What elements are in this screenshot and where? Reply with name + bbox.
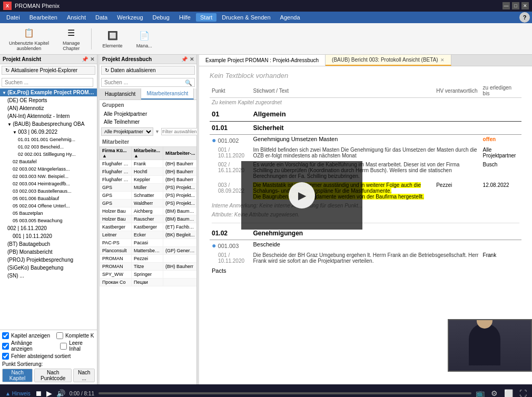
- tab-close-icon[interactable]: ✕: [440, 57, 445, 63]
- toolbar-btn-mana[interactable]: 📄 Mana...: [132, 27, 157, 51]
- chapter-icon: ☰: [65, 27, 77, 39]
- member-row[interactable]: Прокан СоПецаи: [100, 279, 197, 286]
- menu-datei[interactable]: Datei: [2, 13, 24, 22]
- tree-item-heimtrage[interactable]: 02 003.004 Heimtragedfb...: [0, 180, 97, 187]
- stop-button[interactable]: ⏹: [35, 389, 42, 397]
- toolbar-btn-kapitel[interactable]: 📋 Unbenutzte Kapitelausblenden: [4, 24, 54, 54]
- tree-item-002[interactable]: 002 | 16.11.2020: [0, 224, 97, 232]
- tree-item-bauablauf[interactable]: 05 001.006 Bauablauf: [0, 195, 97, 202]
- middle-pin-icon[interactable]: 📌: [181, 56, 188, 62]
- volume-button[interactable]: 🔊: [56, 389, 65, 397]
- tree-item-an[interactable]: (AN) Aktennotiz: [0, 104, 97, 112]
- member-row[interactable]: Flughafer b...Frank(BH) Bauherr: [100, 160, 197, 168]
- tree-item-0101[interactable]: 01.01 001.001 Genehmig...: [0, 136, 97, 143]
- tree-item-bt[interactable]: (BT) Bautagebuch: [0, 240, 97, 248]
- tree-item-proj[interactable]: (PROJ) Projektbesprechung: [0, 256, 97, 264]
- tree-item-mangel[interactable]: 02 003.002 Mängelerlass...: [0, 165, 97, 173]
- left-panel-search[interactable]: [2, 78, 93, 87]
- middle-search[interactable]: [101, 78, 195, 87]
- member-row[interactable]: GPSSchnatter(PS) Projekt...: [100, 192, 197, 200]
- menu-ansicht[interactable]: Ansicht: [63, 13, 90, 22]
- group-alle-projektpartner[interactable]: Alle Projektpartner: [100, 110, 196, 118]
- member-row[interactable]: GPSMüller(PS) Projekt...: [100, 184, 197, 192]
- tree-item-pb[interactable]: (PB) Monatsbericht: [0, 248, 97, 256]
- menu-debug[interactable]: Debug: [149, 13, 174, 22]
- tree-item-baub[interactable]: (BAUB) Baubesprechung OBA: [0, 120, 97, 128]
- menu-bearbeiten[interactable]: Bearbeiten: [25, 13, 62, 22]
- toolbar-btn-chapter[interactable]: ☰ ManageChapter: [58, 24, 85, 54]
- tab-adressbuch[interactable]: Example Project PROMAN : Projekt-Adressb…: [199, 55, 326, 66]
- tree-item-de[interactable]: (DE) OE Reports: [0, 96, 97, 104]
- member-row[interactable]: SPY_WWSpringer: [100, 271, 197, 279]
- checkbox-komplette[interactable]: [56, 332, 63, 339]
- update-data-button[interactable]: ↻ Daten aktualisieren: [101, 66, 195, 75]
- member-row[interactable]: Holzer BauAichberg(BM) Baume...: [100, 207, 197, 215]
- checkbox-kapitel-input[interactable]: [2, 332, 9, 339]
- member-row[interactable]: Flughafer b...Hochtl(BH) Bauherr: [100, 168, 197, 176]
- member-row[interactable]: PROMANTitze(BH) Bauherr: [100, 263, 197, 271]
- tree-item-02-001[interactable]: 02 002.001 Stilllegung Hy...: [0, 151, 97, 158]
- member-row[interactable]: Flughafer b...Keppler(BH) Bauherr: [100, 176, 197, 184]
- tab-hauptansicht[interactable]: Hauptansicht: [100, 88, 141, 100]
- video-overlay[interactable]: ▶: [241, 161, 362, 230]
- play-button[interactable]: ▶: [289, 182, 315, 209]
- minimize-button[interactable]: —: [503, 2, 510, 9]
- checkbox-fehler: Fehler absteigend sortiert: [2, 353, 95, 360]
- sub-001003-row: 001 / 10.11.2020 Die Bescheide der BH Gr…: [210, 251, 521, 265]
- member-row[interactable]: PlanconsultMattersberger(GP) Genera...: [100, 247, 197, 255]
- menu-start[interactable]: Start: [196, 13, 216, 22]
- play-media-button[interactable]: ▶: [46, 389, 52, 397]
- checkbox-fehler-input[interactable]: [2, 353, 9, 360]
- checkbox-anhange-input[interactable]: [2, 343, 9, 350]
- member-row[interactable]: KastbergerKastberger(ET) Fachba...: [100, 223, 197, 231]
- col-role[interactable]: Mitarbeiter-...: [163, 147, 197, 160]
- tree-item-baustellen[interactable]: 03 002.003 Baustellenaus...: [0, 187, 97, 195]
- sort-btn-nach[interactable]: Nach ...: [73, 369, 95, 382]
- tree-item-bautafel[interactable]: 02 Bautafel: [0, 158, 97, 165]
- tab-mitarbeiteransicht[interactable]: Mitarbeiteransicht: [141, 88, 194, 100]
- close-button[interactable]: ✕: [521, 2, 529, 9]
- tree-item-001[interactable]: 001 | 10.11.2020: [0, 232, 97, 240]
- tab-bericht[interactable]: (BAUB) Bericht 003: Protokoll Ansicht (B…: [326, 55, 451, 66]
- help-button[interactable]: ?: [519, 12, 530, 23]
- middle-close-icon[interactable]: ✕: [190, 56, 194, 62]
- toolbar-btn-elemente[interactable]: 🔲 Elemente: [98, 27, 127, 51]
- sort-btn-kapitel[interactable]: Nach Kapitel: [2, 369, 33, 382]
- tree-item-003[interactable]: 003 | 06.09.2022: [0, 128, 97, 136]
- tree-item-sigeko[interactable]: (SiGeKo) Baubegehung: [0, 264, 97, 272]
- checkbox-kapitel: Kapitel anzeigen Komplette K: [2, 332, 95, 339]
- fullscreen-icon[interactable]: ⛶: [519, 389, 527, 397]
- tree-item-0102[interactable]: 01.02 003 Bescheid...: [0, 143, 97, 151]
- tree-item-an-int[interactable]: (AN-Int) Aktennotiz - Intern: [0, 112, 97, 120]
- tree-item-sn[interactable]: (SN) ...: [0, 272, 97, 280]
- member-row[interactable]: LeitnerEcker(BK) Begleit...: [100, 231, 197, 239]
- col-mitarbeiter[interactable]: Mitarbeite... ▲: [132, 147, 163, 160]
- col-firma[interactable]: Firma Kü... ▲: [100, 147, 132, 160]
- filter-select[interactable]: Alle Projektpartner: [101, 127, 153, 136]
- progress-bar[interactable]: [98, 392, 471, 394]
- member-row[interactable]: Holzer BauRauscher(BM) Baume...: [100, 215, 197, 223]
- tree-item-offene[interactable]: 05 002.004 Offene Unterl...: [0, 202, 97, 210]
- menu-data[interactable]: Data: [91, 13, 112, 22]
- close-panel-icon[interactable]: ✕: [90, 56, 94, 62]
- member-row[interactable]: GPSWaldherr(PS) Projekt...: [100, 200, 197, 207]
- window-icon[interactable]: ⬜: [504, 389, 513, 397]
- tree-item-bewachung[interactable]: 05 003.005 Bewachung: [0, 217, 97, 224]
- pin-icon[interactable]: 📌: [82, 56, 88, 62]
- tree-item-expro[interactable]: (Ex.Proj) Example Project PROMAN: [0, 88, 97, 96]
- menu-werkzeug[interactable]: Werkzeug: [113, 13, 147, 22]
- screen-icon[interactable]: 📺: [476, 389, 485, 397]
- menu-agenda[interactable]: Agenda: [276, 13, 304, 22]
- tree-item-beispiel[interactable]: 02 003.003 NW. Beispiel...: [0, 173, 97, 180]
- settings-icon[interactable]: ⚙: [491, 389, 498, 397]
- menu-hilfe[interactable]: Hilfe: [175, 13, 195, 22]
- checkbox-leere[interactable]: [60, 343, 67, 350]
- maximize-button[interactable]: □: [512, 2, 519, 9]
- menu-drucken[interactable]: Drucken & Senden: [218, 13, 274, 22]
- member-row[interactable]: PROMANPezzei: [100, 255, 197, 263]
- update-explorer-button[interactable]: ↻ Aktualisiere Projekt-Explorer: [2, 66, 95, 75]
- member-row[interactable]: PAC-PSPacasi: [100, 239, 197, 247]
- sort-btn-punktcode[interactable]: Nach Punktcode: [34, 369, 72, 382]
- group-alle-teilnehmer[interactable]: Alle Teilnehmer: [100, 118, 196, 126]
- tree-item-bauzetplan[interactable]: 05 Bauzetplan: [0, 210, 97, 217]
